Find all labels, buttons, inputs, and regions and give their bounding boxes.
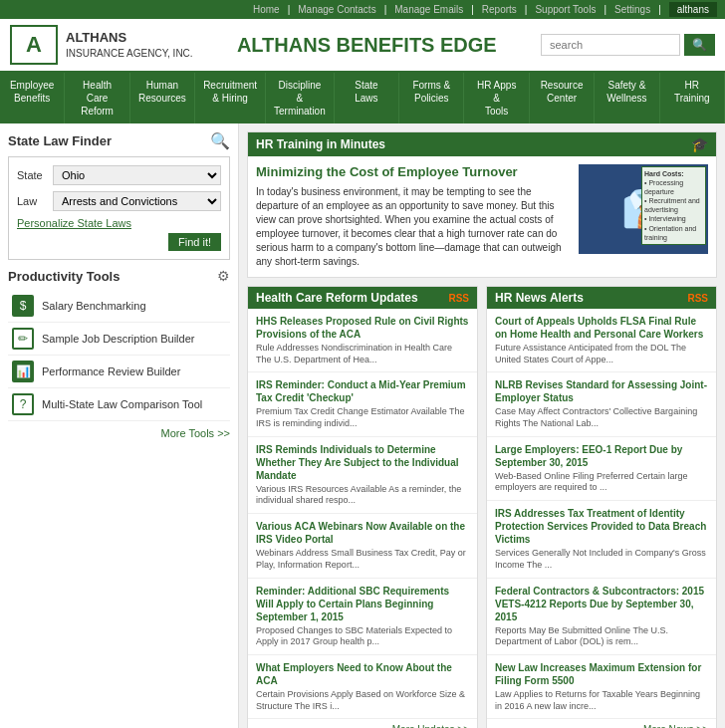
- hrn-item-3: Large Employers: EEO-1 Report Due by Sep…: [487, 437, 716, 501]
- hrn-more-link: More News >>: [487, 719, 716, 728]
- nav-safety-wellness[interactable]: Safety &Wellness: [595, 73, 659, 123]
- slf-search-icon[interactable]: 🔍: [210, 131, 230, 150]
- training-article-title: Minimizing the Cost of Employee Turnover: [256, 164, 571, 179]
- hrn-item-1: Court of Appeals Upholds FLSA Final Rule…: [487, 309, 716, 372]
- hrn-title: HR News Alerts: [495, 291, 584, 305]
- hcr-item-4: Various ACA Webinars Now Available on th…: [248, 514, 477, 578]
- search-area: 🔍: [541, 34, 715, 56]
- nav-resource-center[interactable]: ResourceCenter: [530, 73, 595, 123]
- header: A ALTHANS INSURANCE AGENCY, INC. ALTHANS…: [0, 19, 725, 73]
- nav-manage-emails[interactable]: Manage Emails: [394, 4, 463, 15]
- hcr-item-2-body: Premium Tax Credit Change Estimator Avai…: [256, 406, 469, 429]
- state-row: State Ohio Alabama Alaska: [17, 165, 221, 185]
- hcr-more-updates[interactable]: More Updates >>: [392, 724, 469, 728]
- nav-hr-apps-tools[interactable]: HR Apps &Tools: [464, 73, 529, 123]
- nav-state-laws[interactable]: StateLaws: [335, 73, 399, 123]
- more-tools-link[interactable]: More Tools >>: [160, 427, 230, 439]
- training-text: Minimizing the Cost of Employee Turnover…: [256, 164, 571, 269]
- hrn-item-5-title[interactable]: Federal Contractors & Subcontractors: 20…: [495, 585, 708, 623]
- law-select[interactable]: Arrests and Convictions Background Check…: [53, 191, 221, 211]
- search-button[interactable]: 🔍: [684, 34, 715, 56]
- hrn-item-6: New Law Increases Maximum Extension for …: [487, 655, 716, 719]
- hcr-item-5-body: Proposed Changes to SBC Materials Expect…: [256, 625, 469, 648]
- hrn-item-2-title[interactable]: NLRB Revises Standard for Assessing Join…: [495, 378, 708, 404]
- hrn-section-header: HR News Alerts RSS: [487, 287, 716, 309]
- company-name: ALTHANS: [66, 30, 193, 47]
- nav-hr-training[interactable]: HRTraining: [660, 73, 725, 123]
- nav-manage-contacts[interactable]: Manage Contacts: [298, 4, 375, 15]
- nav-recruitment-hiring[interactable]: Recruitment& Hiring: [195, 73, 266, 123]
- training-content: Minimizing the Cost of Employee Turnover…: [248, 156, 716, 277]
- logo-text: ALTHANS INSURANCE AGENCY, INC.: [66, 30, 193, 60]
- training-icon: 🎓: [691, 136, 708, 152]
- hr-training-section: HR Training in Minutes 🎓 Minimizing the …: [247, 131, 717, 278]
- training-video-thumbnail[interactable]: 👔 ▶ Hard Costs:• Processing departure• R…: [579, 164, 708, 254]
- hrn-more-news[interactable]: More News >>: [643, 724, 708, 728]
- site-title: ALTHANS BENEFITS EDGE: [193, 34, 541, 57]
- nav-reports[interactable]: Reports: [482, 4, 517, 15]
- nav-health-care-reform[interactable]: Health CareReform: [65, 73, 129, 123]
- hcr-item-2-title[interactable]: IRS Reminder: Conduct a Mid-Year Premium…: [256, 378, 469, 404]
- hrn-item-1-body: Future Assistance Anticipated from the D…: [495, 343, 708, 365]
- hcr-item-6-title[interactable]: What Employers Need to Know About the AC…: [256, 661, 469, 687]
- logo-area: A ALTHANS INSURANCE AGENCY, INC.: [10, 25, 193, 65]
- state-select[interactable]: Ohio Alabama Alaska: [53, 165, 221, 185]
- salary-icon: $: [12, 295, 34, 317]
- hcr-title: Health Care Reform Updates: [256, 291, 418, 305]
- main-nav: EmployeeBenefits Health CareReform Human…: [0, 73, 725, 123]
- two-column-layout: Health Care Reform Updates RSS HHS Relea…: [247, 286, 717, 728]
- search-input[interactable]: [541, 34, 680, 56]
- multistate-label: Multi-State Law Comparison Tool: [42, 398, 202, 410]
- hr-news-col: HR News Alerts RSS Court of Appeals Upho…: [486, 286, 717, 728]
- state-law-finder-header: State Law Finder 🔍: [8, 131, 230, 150]
- hrn-item-3-body: Web-Based Online Filing Preferred Certai…: [495, 471, 708, 494]
- productivity-item-multistate[interactable]: ? Multi-State Law Comparison Tool: [8, 388, 230, 421]
- state-law-finder-form: State Ohio Alabama Alaska Law Arrests an…: [8, 156, 230, 260]
- hcr-item-3: IRS Reminds Individuals to Determine Whe…: [248, 437, 477, 514]
- hrn-item-4-title[interactable]: IRS Addresses Tax Treatment of Identity …: [495, 507, 708, 546]
- nav-human-resources[interactable]: HumanResources: [130, 73, 195, 123]
- nav-forms-policies[interactable]: Forms &Policies: [399, 73, 464, 123]
- hcr-more-link: More Updates >>: [248, 719, 477, 728]
- hrn-item-1-title[interactable]: Court of Appeals Upholds FLSA Final Rule…: [495, 315, 708, 341]
- more-tools: More Tools >>: [8, 427, 230, 439]
- hcr-item-4-body: Webinars Address Small Business Tax Cred…: [256, 548, 469, 571]
- salary-label: Salary Benchmarking: [42, 300, 146, 312]
- perf-review-icon: 📊: [12, 361, 34, 382]
- hcr-rss-icon[interactable]: RSS: [448, 293, 469, 304]
- hrn-item-4-body: Services Generally Not Included in Compa…: [495, 548, 708, 571]
- hrn-item-2-body: Case May Affect Contractors' Collective …: [495, 406, 708, 429]
- hcr-item-6: What Employers Need to Know About the AC…: [248, 655, 477, 719]
- nav-discipline-termination[interactable]: Discipline &Termination: [266, 73, 335, 123]
- hrn-item-5-body: Reports May Be Submitted Online The U.S.…: [495, 625, 708, 648]
- multistate-icon: ?: [12, 393, 34, 415]
- hcr-item-5: Reminder: Additional SBC Requirements Wi…: [248, 579, 477, 655]
- hcr-item-1-body: Rule Addresses Nondiscrimination in Heal…: [256, 343, 469, 365]
- nav-employee-benefits[interactable]: EmployeeBenefits: [0, 73, 65, 123]
- productivity-item-salary[interactable]: $ Salary Benchmarking: [8, 290, 230, 323]
- nav-home[interactable]: Home: [253, 4, 280, 15]
- find-button[interactable]: Find it!: [168, 233, 221, 251]
- main-content: HR Training in Minutes 🎓 Minimizing the …: [239, 123, 725, 728]
- hcr-item-1: HHS Releases Proposed Rule on Civil Righ…: [248, 309, 477, 372]
- slf-title: State Law Finder: [8, 133, 112, 148]
- personalize-state-laws-link[interactable]: Personalize State Laws: [17, 217, 221, 229]
- productivity-item-job-description[interactable]: ✏ Sample Job Description Builder: [8, 323, 230, 356]
- job-desc-icon: ✏: [12, 328, 34, 350]
- law-row: Law Arrests and Convictions Background C…: [17, 191, 221, 211]
- nav-settings[interactable]: Settings: [614, 4, 650, 15]
- gear-icon[interactable]: ⚙: [217, 268, 230, 284]
- hrn-rss-icon[interactable]: RSS: [687, 293, 708, 304]
- company-sub: INSURANCE AGENCY, INC.: [66, 47, 193, 60]
- productivity-item-performance-review[interactable]: 📊 Performance Review Builder: [8, 356, 230, 388]
- nav-support-tools[interactable]: Support Tools: [535, 4, 596, 15]
- hcr-item-3-body: Various IRS Resources Available As a rem…: [256, 484, 469, 507]
- hrn-item-4: IRS Addresses Tax Treatment of Identity …: [487, 501, 716, 578]
- hrn-item-6-title[interactable]: New Law Increases Maximum Extension for …: [495, 661, 708, 687]
- hcr-item-1-title[interactable]: HHS Releases Proposed Rule on Civil Righ…: [256, 315, 469, 341]
- health-care-reform-col: Health Care Reform Updates RSS HHS Relea…: [247, 286, 478, 728]
- hrn-item-3-title[interactable]: Large Employers: EEO-1 Report Due by Sep…: [495, 443, 708, 469]
- hcr-item-4-title[interactable]: Various ACA Webinars Now Available on th…: [256, 520, 469, 546]
- hcr-item-5-title[interactable]: Reminder: Additional SBC Requirements Wi…: [256, 585, 469, 623]
- hcr-item-3-title[interactable]: IRS Reminds Individuals to Determine Whe…: [256, 443, 469, 482]
